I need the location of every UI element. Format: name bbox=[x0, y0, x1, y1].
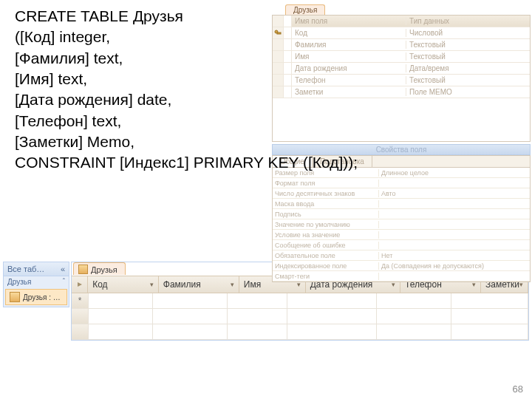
prop-value[interactable]: Авто bbox=[379, 190, 530, 197]
cell[interactable] bbox=[228, 293, 287, 308]
prop-value[interactable]: Длинное целое bbox=[379, 169, 530, 177]
column-header-familia[interactable]: Фамилия▾ bbox=[159, 276, 239, 293]
sql-line: [Дата рождения] date, bbox=[15, 91, 171, 108]
select-all-cell[interactable] bbox=[72, 276, 88, 293]
prop-key: Маска ввода bbox=[273, 200, 379, 208]
sql-line: [Имя] text, bbox=[15, 70, 87, 87]
dropdown-icon[interactable]: ▾ bbox=[231, 281, 234, 288]
navpane-header[interactable]: Все таб… bbox=[7, 265, 44, 273]
prop-key: Условие на значение bbox=[273, 231, 379, 239]
field-type: Текстовый bbox=[406, 52, 530, 61]
prop-key: Подпись bbox=[273, 211, 379, 218]
navpane-category[interactable]: Друзья bbox=[7, 278, 31, 286]
collapse-pane-icon[interactable]: « bbox=[61, 265, 65, 273]
chevron-up-icon[interactable]: ˆ bbox=[63, 278, 65, 286]
sql-line: [Телефон] text, bbox=[15, 112, 121, 129]
new-record-row[interactable]: * bbox=[72, 293, 528, 309]
field-type: Поле МЕМО bbox=[406, 88, 530, 96]
prop-key: Обязательное поле bbox=[273, 252, 379, 259]
datasheet-tab-druzya[interactable]: Друзья bbox=[73, 262, 126, 275]
prop-key: Индексированное поле bbox=[273, 262, 379, 270]
table-icon bbox=[10, 292, 20, 302]
select-all-icon bbox=[76, 281, 83, 288]
sql-line: CREATE TABLE Друзья bbox=[15, 7, 183, 24]
page-number: 68 bbox=[513, 383, 523, 395]
design-header-type: Тип данных bbox=[406, 17, 530, 25]
dropdown-icon[interactable]: ▾ bbox=[150, 281, 154, 288]
prop-key: Сообщение об ошибке bbox=[273, 242, 379, 249]
table-icon bbox=[78, 265, 88, 274]
field-properties-grid: Размер поляДлинное целое Формат поля Чис… bbox=[272, 167, 531, 282]
cell[interactable] bbox=[451, 293, 528, 308]
field-type: Числовой bbox=[406, 29, 530, 37]
cell[interactable] bbox=[89, 293, 153, 308]
tab-label: Друзья bbox=[91, 265, 117, 274]
new-record-marker: * bbox=[72, 293, 89, 308]
sql-line: [Заметки] Memo, bbox=[15, 133, 134, 150]
prop-key: Значение по умолчанию bbox=[273, 221, 379, 228]
sql-line: ([Код] integer, bbox=[15, 28, 110, 45]
sql-line: CONSTRAINT [Индекс1] PRIMARY KEY ([Код])… bbox=[15, 154, 358, 171]
field-type: Дата/время bbox=[406, 64, 530, 72]
prop-key: Формат поля bbox=[273, 180, 379, 187]
sql-create-table: CREATE TABLE Друзья ([Код] integer, [Фам… bbox=[15, 6, 358, 174]
svg-marker-2 bbox=[78, 282, 82, 287]
sql-line: [Фамилия] text, bbox=[15, 50, 123, 66]
prop-value[interactable]: Нет bbox=[379, 252, 530, 259]
cell[interactable] bbox=[287, 293, 377, 308]
column-header-kod[interactable]: Код▾ bbox=[88, 276, 159, 293]
prop-key: Число десятичных знаков bbox=[273, 190, 379, 197]
navpane-item-druzya[interactable]: Друзья : … bbox=[5, 289, 67, 305]
field-type: Текстовый bbox=[406, 76, 530, 84]
cell[interactable] bbox=[153, 293, 228, 308]
navigation-pane: Все таб… « Друзья ˆ Друзья : … bbox=[3, 262, 69, 307]
navpane-item-label: Друзья : … bbox=[23, 293, 61, 301]
field-type: Текстовый bbox=[406, 41, 530, 49]
cell[interactable] bbox=[377, 293, 451, 308]
prop-key: Смарт-теги bbox=[273, 273, 379, 280]
prop-value[interactable]: Да (Совпадения не допускаются) bbox=[379, 262, 530, 270]
